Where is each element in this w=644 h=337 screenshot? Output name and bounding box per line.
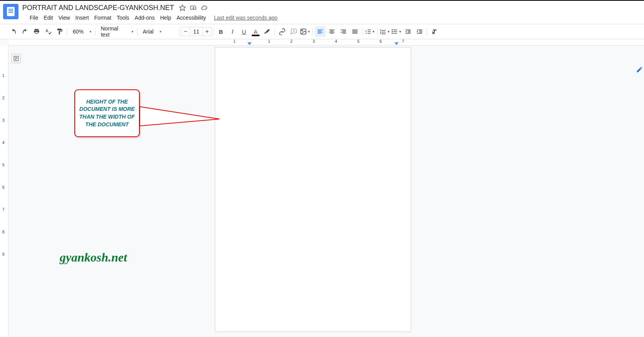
svg-marker-0	[180, 5, 186, 11]
zoom-select[interactable]: 60%▼	[69, 27, 94, 37]
ruler-v-num: 5	[2, 163, 5, 167]
comment-button[interactable]	[288, 26, 299, 37]
menu-insert[interactable]: Insert	[73, 13, 92, 22]
bold-button[interactable]: B	[216, 26, 226, 37]
print-button[interactable]	[31, 26, 42, 37]
annotation-callout: HEIGHT OF THE DOCUMENT IS MORE THAN THE …	[74, 89, 140, 137]
svg-point-4	[392, 31, 393, 32]
align-left-button[interactable]	[315, 26, 326, 37]
image-button[interactable]: ▼	[300, 26, 311, 37]
toolbar: 60%▼ Normal text▼ Arial▼ − + B I U A ▼ ▼…	[0, 24, 644, 39]
svg-marker-7	[140, 107, 219, 126]
horizontal-ruler[interactable]: 1 1 2 3 4 5 6 7	[8, 39, 644, 45]
numbered-list-button[interactable]: ▼	[380, 26, 390, 37]
docs-logo-icon[interactable]	[3, 4, 18, 19]
indent-decrease-button[interactable]	[403, 26, 413, 37]
title-bar: PORTRAIT AND LANDSCAPE-GYANKOSH.NET	[0, 1, 644, 12]
menu-view[interactable]: View	[56, 13, 73, 22]
vertical-ruler[interactable]: 1 2 3 4 5 6 7 8 9	[0, 45, 8, 337]
watermark-text: gyankosh.net	[60, 250, 127, 265]
text-color-button[interactable]: A	[250, 26, 261, 37]
font-size-decrease[interactable]: −	[181, 27, 190, 36]
ruler-h-num: 3	[313, 39, 315, 44]
document-page[interactable]	[215, 47, 411, 332]
outline-toggle-button[interactable]	[12, 54, 21, 63]
svg-point-3	[392, 29, 393, 30]
menu-edit[interactable]: Edit	[41, 13, 56, 22]
menu-tools[interactable]: Tools	[114, 13, 132, 22]
menu-bar: File Edit View Insert Format Tools Add-o…	[0, 12, 644, 24]
ruler-h-num: 1	[268, 39, 270, 44]
ruler-v-num: 4	[2, 141, 5, 145]
menu-file[interactable]: File	[27, 13, 41, 22]
ruler-h-num: 1	[233, 39, 236, 44]
cloud-icon[interactable]	[200, 4, 208, 12]
line-spacing-button[interactable]: ▼	[365, 26, 375, 37]
svg-point-2	[302, 30, 303, 31]
ruler-v-num: 9	[2, 252, 5, 257]
editing-mode-icon[interactable]	[636, 66, 643, 73]
document-title[interactable]: PORTRAIT AND LANDSCAPE-GYANKOSH.NET	[22, 4, 174, 12]
font-size-input[interactable]	[190, 27, 202, 36]
ruler-h-num: 7	[402, 39, 404, 44]
menu-addons[interactable]: Add-ons	[132, 13, 157, 22]
ruler-indent-right-icon[interactable]	[395, 42, 398, 45]
canvas-area: 1 1 2 3 4 5 6 7 1 2 3 4 5 6 7 8 9 HEIGHT…	[0, 39, 644, 337]
annotation-arrow-icon	[139, 106, 223, 129]
font-size-increase[interactable]: +	[202, 27, 212, 36]
indent-increase-button[interactable]	[414, 26, 425, 37]
align-justify-button[interactable]	[350, 26, 360, 37]
star-icon[interactable]	[179, 4, 186, 12]
last-edit-link[interactable]: Last edit was seconds ago	[214, 15, 278, 21]
ruler-v-num: 1	[2, 74, 5, 78]
highlight-button[interactable]	[262, 26, 273, 37]
bullet-list-button[interactable]: ▼	[391, 26, 402, 37]
underline-button[interactable]: U	[239, 26, 249, 37]
italic-button[interactable]: I	[227, 26, 238, 37]
font-select[interactable]: Arial▼	[139, 27, 177, 37]
ruler-h-num: 5	[357, 39, 360, 44]
ruler-h-num: 2	[290, 39, 293, 44]
undo-button[interactable]	[8, 26, 19, 37]
move-icon[interactable]	[189, 4, 197, 12]
ruler-indent-left-icon[interactable]	[248, 42, 251, 45]
annotation-text: HEIGHT OF THE DOCUMENT IS MORE THAN THE …	[78, 98, 136, 128]
spellcheck-button[interactable]	[43, 26, 54, 37]
style-select[interactable]: Normal text▼	[97, 27, 135, 37]
ruler-h-num: 4	[335, 39, 337, 44]
redo-button[interactable]	[20, 26, 30, 37]
ruler-v-num: 6	[2, 185, 5, 189]
menu-format[interactable]: Format	[92, 13, 114, 22]
ruler-v-num: 3	[2, 118, 5, 122]
clear-formatting-button[interactable]	[429, 26, 440, 37]
ruler-v-num: 8	[2, 230, 5, 234]
paint-format-button[interactable]	[54, 26, 65, 37]
menu-accessibility[interactable]: Accessibility	[174, 13, 209, 22]
ruler-v-num: 2	[2, 96, 5, 100]
link-button[interactable]	[277, 26, 288, 37]
ruler-v-num: 7	[2, 208, 5, 212]
svg-point-5	[392, 33, 393, 34]
menu-help[interactable]: Help	[157, 13, 174, 22]
align-center-button[interactable]	[326, 26, 337, 37]
ruler-h-num: 6	[380, 39, 382, 44]
align-right-button[interactable]	[338, 26, 349, 37]
